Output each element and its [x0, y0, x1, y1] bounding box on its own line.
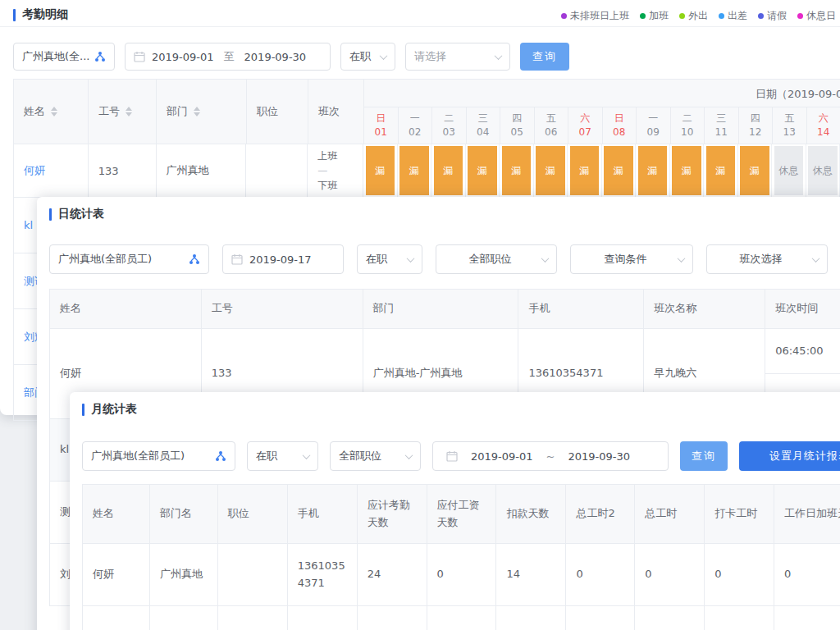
- query-button[interactable]: 查询: [680, 441, 728, 471]
- day-column-header: 四12: [739, 107, 774, 144]
- data-cell: 0: [427, 544, 497, 606]
- att-day-cells: 漏漏漏漏漏漏漏漏漏漏漏漏休息休息: [363, 144, 840, 198]
- legend-label: 外出: [688, 9, 708, 23]
- day-status-cell: 漏: [670, 144, 705, 198]
- legend-label: 出差: [728, 9, 747, 23]
- data-cell: 广州真地: [150, 606, 218, 630]
- sort-caret-icon[interactable]: [194, 107, 200, 116]
- org-selector[interactable]: 广州真地(全部员工): [49, 244, 209, 274]
- data-cell: 0: [427, 606, 497, 630]
- legend-item: 出差: [719, 9, 747, 23]
- query-button[interactable]: 查询: [520, 43, 569, 71]
- day-number-label: 11: [715, 126, 728, 139]
- data-cell: 广州真地: [150, 544, 218, 606]
- daily-filter-bar: 广州真地(全部员工) 2019-09-17 在职 全部职位: [49, 244, 828, 274]
- org-selector-value: 广州真地(全...: [22, 49, 91, 64]
- employee-number-cell: 133: [89, 144, 157, 198]
- day-column-header: 三04: [467, 107, 501, 144]
- status-select[interactable]: 在职: [357, 244, 422, 274]
- daily-column-header: 班次名称: [644, 290, 765, 329]
- attendance-filter-bar: 广州真地(全... 2019-09-01 至 2019-09-30 在职: [13, 43, 569, 71]
- condition-select[interactable]: 查询条件: [570, 244, 693, 274]
- status-select[interactable]: 在职: [247, 441, 318, 471]
- calendar-icon: [231, 253, 243, 265]
- monthly-column-header: 姓名: [83, 485, 150, 544]
- day-column-header: 六07: [568, 107, 603, 144]
- daily-column-header: 班次时间: [765, 290, 840, 329]
- start-date-value: 2019-09-01: [152, 51, 214, 63]
- legend-item: 未排班日上班: [561, 9, 629, 23]
- legend-label: 未排班日上班: [570, 9, 629, 23]
- day-of-week-label: 四: [512, 112, 522, 126]
- day-number-label: 04: [477, 126, 489, 139]
- day-status-cell: 漏: [602, 144, 637, 198]
- org-selector-value: 广州真地(全部员工): [58, 252, 185, 267]
- shift-select[interactable]: 班次选择: [706, 244, 828, 274]
- date-picker[interactable]: 2019-09-17: [222, 244, 344, 274]
- position-select[interactable]: 全部职位: [436, 244, 557, 274]
- day-number-label: 14: [817, 126, 829, 139]
- monthly-column-header: 总工时: [635, 485, 705, 544]
- day-column-header: 二10: [671, 107, 705, 144]
- shift-select-value: 班次选择: [715, 252, 806, 267]
- setup-monthly-report-button[interactable]: 设置月统计报表: [739, 441, 840, 471]
- att-column-header[interactable]: 部门: [157, 80, 247, 144]
- status-badge: 休息: [774, 146, 804, 195]
- data-cell: [218, 606, 288, 630]
- att-column-header-label: 班次: [318, 104, 340, 119]
- sort-caret-icon[interactable]: [51, 107, 57, 116]
- position-select[interactable]: 全部职位: [330, 441, 421, 471]
- title-accent-bar: [13, 9, 16, 21]
- shift-on-label: 上班: [317, 148, 337, 163]
- monthly-column-header: 应付工资天数: [427, 485, 497, 544]
- day-number-label: 09: [647, 126, 660, 139]
- monthly-stats-panel: 月统计表 广州真地(全部员工) 在职 全部职位: [70, 392, 840, 630]
- chevron-down-icon: [407, 254, 415, 262]
- day-of-week-label: 三: [716, 112, 726, 126]
- day-column-header: 五13: [773, 107, 807, 144]
- day-number-label: 05: [511, 126, 523, 139]
- legend-dot-icon: [758, 13, 764, 19]
- employee-name-link[interactable]: 何妍: [14, 144, 89, 198]
- date-column-group: 日期（2019-09-01 至 2019-09-30） 日01一02二03三04…: [364, 80, 840, 144]
- legend-dot-icon: [797, 13, 803, 19]
- condition-select[interactable]: 请选择: [405, 43, 510, 71]
- title-accent-bar: [49, 208, 52, 221]
- day-of-week-label: 六: [580, 112, 590, 126]
- day-number-label: 10: [681, 126, 693, 139]
- org-selector[interactable]: 广州真地(全...: [13, 43, 115, 71]
- department-cell: 广州真地: [157, 144, 247, 198]
- day-column-header: 二03: [432, 107, 467, 144]
- att-column-header[interactable]: 姓名: [14, 80, 89, 144]
- day-of-week-label: 四: [751, 112, 760, 126]
- sort-caret-icon[interactable]: [126, 107, 132, 116]
- day-status-cell: 漏: [398, 144, 432, 198]
- status-badge: 漏: [399, 146, 429, 195]
- date-group-label: 日期（2019-09-01 至 2019-09-30）: [756, 87, 840, 102]
- att-column-header[interactable]: 工号: [89, 80, 157, 144]
- day-status-cell: 漏: [466, 144, 500, 198]
- day-number-label: 12: [749, 126, 761, 139]
- status-badge: 漏: [502, 146, 532, 195]
- org-selector[interactable]: 广州真地(全部员工): [82, 441, 235, 471]
- status-badge: 漏: [434, 146, 463, 195]
- chevron-down-icon: [541, 254, 550, 262]
- condition-select-value: 查询条件: [579, 252, 672, 267]
- status-badge: 漏: [672, 146, 701, 195]
- table-row: 何妍 133 广州真地 上班 — 下班 漏漏漏漏漏漏漏漏漏漏漏漏休息休息: [14, 144, 840, 198]
- legend-label: 请假: [767, 9, 787, 23]
- legend-item: 外出: [679, 9, 708, 23]
- date-separator: 至: [224, 49, 235, 64]
- day-status-cell: 漏: [636, 144, 670, 198]
- status-badge: 漏: [740, 146, 769, 195]
- status-select[interactable]: 在职: [340, 43, 395, 71]
- panel-title: 日统计表: [58, 207, 104, 221]
- status-badge: 漏: [638, 146, 668, 195]
- day-column-header: 日08: [603, 107, 637, 144]
- date-range-picker[interactable]: 2019-09-01 ~ 2019-09-30: [432, 441, 669, 471]
- day-status-cell: 漏: [738, 144, 773, 198]
- calendar-icon: [446, 450, 458, 462]
- monthly-stats-table: 姓名部门名职位手机应计考勤天数应付工资天数扣款天数总工时2总工时打卡工时工作日加…: [82, 484, 840, 630]
- shift-start-time: 06:45:00: [765, 329, 840, 374]
- date-range-picker[interactable]: 2019-09-01 至 2019-09-30: [125, 43, 331, 71]
